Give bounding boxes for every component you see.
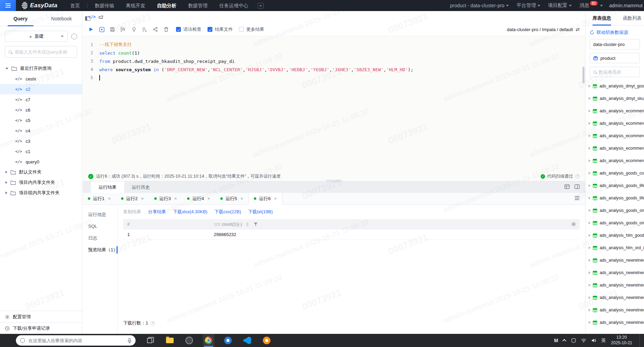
project-selector-dropdown[interactable]: product - data-cluster-pro: [446, 3, 513, 8]
query-file-item[interactable]: </>c3: [0, 136, 82, 146]
caret-right-icon[interactable]: [589, 122, 590, 125]
table-list-item[interactable]: ads_analysis_newretnew_: [586, 291, 644, 304]
folder-item[interactable]: 默认文件夹: [0, 167, 82, 177]
table-list-item[interactable]: ads_analysis_ecommerce_: [586, 154, 644, 167]
sort-icon[interactable]: [246, 223, 249, 226]
result-table-row[interactable]: 1298865232: [123, 229, 580, 240]
action-link-5[interactable]: 下载txt(19B): [248, 209, 273, 215]
table-list-item[interactable]: ads_analysis_newretnew_: [586, 266, 644, 279]
table-list-item[interactable]: ads_analysis_ecommerce_: [586, 105, 644, 117]
checkbox-icon[interactable]: [176, 27, 181, 32]
table-list-item[interactable]: ads_analysis_hlm_goods_: [586, 229, 644, 242]
table-view-icon[interactable]: [564, 184, 570, 190]
vscode-icon[interactable]: [241, 334, 253, 347]
close-icon[interactable]: ×: [141, 196, 144, 201]
table-list-item[interactable]: ads_analysis_goods_onlin: [586, 204, 644, 217]
task-view-button[interactable]: [145, 334, 156, 347]
table-list-item[interactable]: ads_analysis_newretnew_: [586, 304, 644, 316]
caret-right-icon[interactable]: [589, 172, 590, 175]
chat-app-icon[interactable]: [222, 334, 234, 347]
taskbar-search-input[interactable]: [28, 338, 124, 343]
table-list-item[interactable]: ads_analysis_goods_life_c: [586, 179, 644, 192]
table-list-item[interactable]: ads_analysis_hlm_ord_ino: [586, 242, 644, 254]
table-list-item[interactable]: ads_analysis_newretnew_: [586, 279, 644, 291]
close-icon[interactable]: ×: [274, 196, 277, 201]
volume-icon[interactable]: [591, 338, 596, 343]
query-file-item[interactable]: </>query0: [0, 157, 82, 167]
run-tab-运行3[interactable]: 运行3×: [149, 193, 182, 205]
table-list-item[interactable]: ads_analysis_goods_comp: [586, 167, 644, 179]
switch-engine-icon[interactable]: ⇄: [576, 27, 580, 32]
editor-tab-label[interactable]: c2: [99, 15, 103, 20]
add-module-button[interactable]: +: [258, 3, 264, 9]
query-file-item[interactable]: </>c4: [0, 125, 82, 136]
network-icon[interactable]: [581, 338, 586, 343]
table-list-item[interactable]: ads_analysis_dmyt_goods_: [586, 80, 644, 92]
folder-item[interactable]: 项目内共享文件夹: [0, 177, 82, 188]
caret-right-icon[interactable]: [589, 209, 590, 212]
query-file-item[interactable]: </>c7: [0, 94, 82, 105]
recent-queries-folder[interactable]: 最近打开的查询: [0, 63, 82, 74]
nav-item-4[interactable]: 自助分析: [151, 0, 182, 11]
checkbox-结果文件[interactable]: 结果文件: [208, 26, 233, 32]
query-file-item[interactable]: </>c5: [0, 115, 82, 125]
refresh-icon[interactable]: [71, 34, 77, 39]
tab-notebook[interactable]: Notebook: [41, 11, 82, 26]
table-list-item[interactable]: ads_analysis_newretnew_: [586, 316, 644, 329]
results-nav-预览结果（1）[interactable]: 预览结果（1）: [83, 244, 117, 256]
cluster-input-field[interactable]: [593, 42, 636, 47]
table-list-item[interactable]: ads_analysis_dmyt_sku_c: [586, 92, 644, 105]
caret-right-icon[interactable]: [589, 184, 590, 187]
download-share-records-item[interactable]: 下载/分享申请记录: [0, 322, 82, 334]
table-list-item[interactable]: ads_analysis_ecommerce_: [586, 142, 644, 154]
editor-scrollbar[interactable]: [582, 67, 585, 83]
caret-right-icon[interactable]: [589, 147, 590, 150]
caret-right-icon[interactable]: [589, 284, 590, 287]
caret-right-icon[interactable]: [589, 309, 590, 311]
results-nav-SQL[interactable]: SQL: [83, 221, 117, 232]
action-link-4[interactable]: 下载csv(22B): [214, 209, 241, 215]
sql-editor[interactable]: 1--线下销售支付2select count(1)3from product.d…: [83, 36, 585, 171]
results-nav-运行信息[interactable]: 运行信息: [83, 209, 117, 221]
close-icon[interactable]: ×: [174, 196, 177, 201]
shield-icon[interactable]: [571, 338, 576, 343]
close-icon[interactable]: ×: [208, 196, 210, 201]
query-file-item[interactable]: </>c2: [0, 84, 82, 94]
easydata-logo[interactable]: EasyData: [21, 2, 57, 9]
tab-run-history[interactable]: 运行历史: [124, 181, 157, 193]
query-file-item[interactable]: </>c6: [0, 105, 82, 115]
tab-run-results[interactable]: 运行结果: [91, 181, 124, 193]
checkbox-更多结果[interactable]: 更多结果: [239, 26, 264, 32]
expand-panel-icon[interactable]: [574, 184, 580, 190]
cluster-input[interactable]: [590, 39, 640, 49]
table-settings-gear-icon[interactable]: [571, 222, 576, 228]
run-selection-button[interactable]: [99, 27, 104, 32]
sidebar-search-input[interactable]: [15, 49, 73, 55]
nav-item-2[interactable]: 数据传输: [89, 0, 120, 11]
run-tab-运行5[interactable]: 运行5×: [215, 193, 248, 205]
database-selector[interactable]: product: [590, 53, 640, 63]
checkbox-语法检查[interactable]: 语法检查: [176, 26, 201, 32]
panel-resize-handle[interactable]: [326, 180, 342, 182]
run-tab-运行6[interactable]: 运行6×: [248, 193, 282, 205]
tab-table-info[interactable]: 库表信息: [592, 11, 611, 26]
close-icon[interactable]: ×: [241, 196, 243, 201]
run-button[interactable]: [88, 27, 94, 32]
caret-right-icon[interactable]: [589, 296, 590, 299]
project-config-menu[interactable]: 项目配置: [544, 2, 576, 9]
messages-menu[interactable]: 消息 81: [576, 2, 606, 9]
caret-right-icon[interactable]: [589, 134, 590, 137]
nav-item-6[interactable]: 任务运维中心: [213, 0, 254, 11]
help-icon[interactable]: ?: [575, 174, 580, 179]
microphone-icon[interactable]: [128, 338, 131, 343]
table-list-item[interactable]: ads_analysis_goods_onsa: [586, 217, 644, 229]
caret-right-icon[interactable]: [589, 159, 590, 162]
nav-item-5[interactable]: 数据管理: [182, 0, 213, 11]
table-search-input[interactable]: [599, 69, 636, 75]
tab-function-list[interactable]: 函数列表: [623, 11, 642, 26]
language-indicator[interactable]: 英: [601, 337, 606, 344]
action-link-2[interactable]: 分享结果: [148, 209, 166, 215]
query-file-item[interactable]: </>ceshi: [0, 74, 82, 84]
run-tab-运行1[interactable]: 运行1×: [83, 193, 116, 205]
execution-plan-icon[interactable]: [142, 27, 147, 32]
